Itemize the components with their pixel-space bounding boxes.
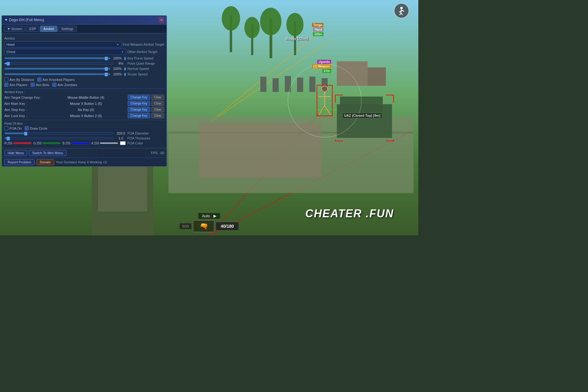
alpha-channel-track[interactable] bbox=[100, 142, 118, 144]
cheat-menu: ▼ Dego-GH (Full Menu) × ▼ Screen ESP Aim… bbox=[2, 15, 167, 167]
foa-diameter-value: 200.0 bbox=[115, 131, 126, 135]
foa-color-label: FOA Color bbox=[127, 141, 164, 145]
scope-speed-slider[interactable]: 100% bbox=[4, 72, 123, 76]
divider-1 bbox=[4, 88, 164, 89]
uaz-label: UAZ (Closed Top) [9m] bbox=[343, 113, 382, 118]
tonga-dist-label: 225m bbox=[313, 32, 323, 36]
scope-speed-row: 100% ▮ Scope Speed bbox=[4, 72, 164, 76]
other-target-dropdown[interactable]: Chest ▼ bbox=[4, 49, 126, 55]
menu-tabs: ▼ Screen ESP Aimbot Settings bbox=[2, 25, 167, 33]
scope-speed-icon: ▮ bbox=[124, 72, 126, 76]
aim-bots-checkbox[interactable]: ✓ Aim Bots bbox=[31, 83, 49, 87]
normal-speed-icon: ▮ bbox=[124, 67, 126, 71]
aim-players-checkbox[interactable]: ✓ Aim Players bbox=[4, 83, 28, 87]
draw-circle-check: ✓ bbox=[25, 126, 29, 130]
first-weapon-label: First Weapon Aimbot Target bbox=[123, 43, 164, 46]
foa-on-checkbox[interactable]: FOA On bbox=[4, 126, 22, 130]
tab-settings[interactable]: Settings bbox=[58, 26, 77, 32]
foa-diameter-slider[interactable]: 200.0 bbox=[4, 131, 126, 135]
aim-players-check: ✓ bbox=[4, 83, 8, 87]
aim-by-distance-checkbox[interactable]: Aim By Distance bbox=[4, 78, 34, 82]
point-quiet-range-value: 4% bbox=[115, 62, 126, 65]
aim-players-label: Aim Players bbox=[9, 83, 28, 87]
green-channel-label: G:255 bbox=[33, 142, 42, 145]
alpha-channel-label: A:255 bbox=[91, 142, 99, 145]
point-quiet-range-label: Point Quiet Range bbox=[127, 62, 164, 65]
bottom-hud: Auto ▶ 0/15 🔫 40/180 bbox=[0, 211, 418, 235]
hide-menu-button[interactable]: Hide Menu bbox=[4, 150, 27, 156]
aim-step-clear-button[interactable]: Clear bbox=[151, 107, 164, 112]
green-channel-track[interactable] bbox=[42, 142, 61, 144]
aim-bots-check: ✓ bbox=[31, 83, 35, 87]
mini-menu-button[interactable]: Switch To Mini Menu bbox=[29, 150, 66, 156]
aimbot-keys-section-label: Aimbot Keys : bbox=[4, 90, 164, 94]
normal-speed-row: 100% ▮ Normal Speed bbox=[4, 67, 164, 71]
aim-step-change-button[interactable]: Change Key bbox=[128, 107, 150, 112]
aim-step-key-value: No Key (0) bbox=[45, 108, 126, 112]
aim-target-change-value: Mouse Middle Button (4) bbox=[45, 96, 126, 99]
key-press-speed-value: 100% bbox=[112, 56, 123, 60]
first-weapon-value: Head bbox=[6, 43, 14, 46]
foa-thickness-slider[interactable]: 1.0 bbox=[4, 136, 126, 140]
blue-channel-track[interactable] bbox=[71, 142, 89, 144]
foa-thickness-label: FOA Thickness bbox=[127, 136, 164, 140]
checkbox-row-2: ✓ Aim Players ✓ Aim Bots ✓ Aim Zombies bbox=[4, 83, 164, 87]
uganda-dist-label: 17m bbox=[322, 69, 331, 73]
menu-titlebar[interactable]: ▼ Dego-GH (Full Menu) × bbox=[2, 16, 167, 25]
scope-speed-value: 100% bbox=[112, 72, 123, 76]
aim-knocked-players-checkbox[interactable]: ✓ Aim Knocked Players bbox=[37, 78, 75, 82]
aim-by-distance-label: Aim By Distance bbox=[9, 78, 34, 82]
divider-2 bbox=[4, 120, 164, 120]
foa-on-check bbox=[4, 126, 8, 130]
normal-speed-slider[interactable]: 100% bbox=[4, 67, 123, 70]
aim-zombies-checkbox[interactable]: ✓ Aim Zombies bbox=[52, 83, 77, 87]
aim-zombies-label: Aim Zombies bbox=[58, 83, 77, 87]
draw-circle-checkbox[interactable]: ✓ Draw Circle bbox=[25, 126, 47, 130]
aim-main-key-value: Mouse X Button 1 (5) bbox=[45, 102, 126, 105]
tab-aimbot[interactable]: Aimbot bbox=[40, 26, 57, 32]
point-quiet-range-slider[interactable]: 4% bbox=[4, 62, 126, 65]
other-target-label: Other Aimbot Target bbox=[127, 50, 164, 54]
donate-button[interactable]: Donate bbox=[36, 159, 54, 165]
report-problem-button[interactable]: Report Problem bbox=[4, 159, 35, 165]
aim-lock-change-button[interactable]: Change Key bbox=[128, 113, 150, 118]
menu-title: ▼ Dego-GH (Full Menu) bbox=[4, 18, 44, 22]
aim-target-clear-button[interactable]: Clear bbox=[151, 95, 164, 100]
menu-bottom-bar: Hide Menu Switch To Mini Menu FPS : 60 bbox=[2, 148, 167, 158]
foa-thickness-value: 1.0 bbox=[115, 136, 126, 140]
aim-lock-key-value: Mouse X Button 2 (6) bbox=[45, 114, 126, 118]
tonga-part-label: Hand bbox=[313, 28, 323, 32]
checkbox-row-1: Aim By Distance ✓ Aim Knocked Players bbox=[4, 78, 164, 82]
foa-options-row: FOA On ✓ Draw Circle bbox=[4, 126, 164, 130]
footer-row: Report Problem Donate Your Dontaion Keep… bbox=[2, 158, 167, 166]
other-target-value: Chest bbox=[6, 50, 15, 54]
aim-lock-clear-button[interactable]: Clear bbox=[151, 113, 164, 118]
svg-line-40 bbox=[399, 11, 401, 12]
key-press-speed-label: Key Press Speed bbox=[127, 56, 164, 60]
tab-esp[interactable]: ESP bbox=[26, 26, 40, 32]
uganda-name-label: Uganda bbox=[317, 60, 331, 64]
aim-target-change-key-button[interactable]: Change Key bbox=[128, 95, 150, 100]
key-press-speed-slider[interactable]: 100% bbox=[4, 56, 123, 60]
tab-screen[interactable]: ▼ Screen bbox=[4, 26, 25, 32]
reserve-ammo: 0/15 bbox=[179, 223, 191, 229]
point-quiet-range-row: 4% Point Quiet Range bbox=[4, 62, 164, 65]
key-press-speed-icon: ▮ bbox=[124, 56, 126, 60]
close-button[interactable]: × bbox=[159, 17, 164, 23]
aim-main-key-label: Aim Main Key : bbox=[4, 102, 44, 105]
aim-main-change-button[interactable]: Change Key bbox=[128, 101, 150, 106]
alpha-channel: A:255 bbox=[91, 142, 118, 145]
red-channel: R:255 bbox=[4, 142, 32, 145]
weapon-slot: 🔫 bbox=[193, 220, 215, 232]
minimap-icon bbox=[394, 3, 409, 18]
aim-main-clear-button[interactable]: Clear bbox=[151, 101, 164, 106]
uganda-weapon-label: [1] Weapon bbox=[312, 64, 331, 68]
color-swatch bbox=[120, 141, 126, 145]
bottom-buttons: Hide Menu Switch To Mini Menu bbox=[4, 150, 66, 156]
red-channel-track[interactable] bbox=[13, 142, 32, 144]
first-weapon-dropdown[interactable]: Head ▼ bbox=[4, 41, 122, 48]
foa-color-row: R:255 G:255 B:255 A:255 bbox=[4, 141, 164, 145]
other-target-row: Chest ▼ Other Aimbot Target bbox=[4, 49, 164, 55]
svg-point-35 bbox=[400, 7, 403, 9]
aim-knocked-check: ✓ bbox=[37, 78, 41, 82]
